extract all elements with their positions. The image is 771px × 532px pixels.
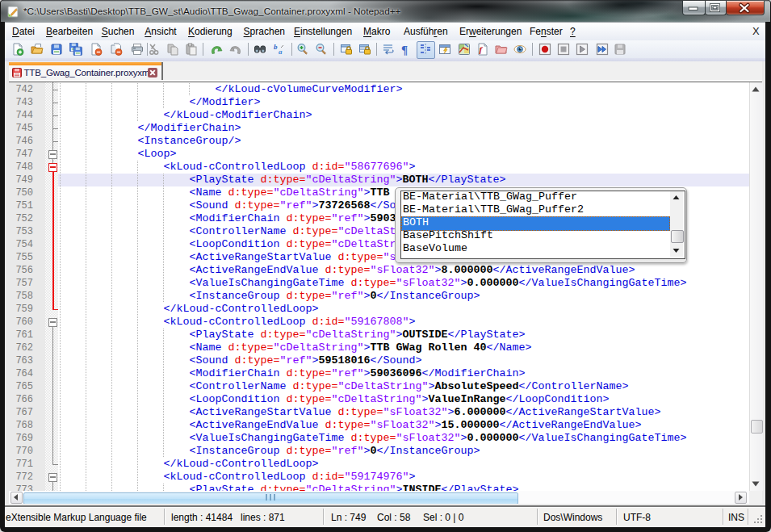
svg-text:b: b	[274, 43, 278, 51]
svg-text:a: a	[279, 48, 283, 56]
svg-text:¶: ¶	[401, 44, 408, 56]
